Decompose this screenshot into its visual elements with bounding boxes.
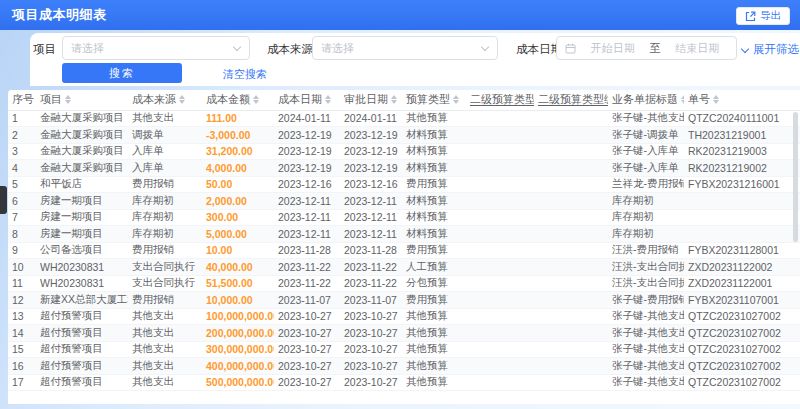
cell-l2_budget_type (466, 325, 534, 342)
cell-l2_budget_type (466, 242, 534, 259)
cell-l2_budget_type (466, 259, 534, 276)
cell-project: 超付预警项目 (36, 358, 128, 375)
cell-budget_type: 材料预算 (402, 143, 466, 160)
cell-cost_date: 2023-11-07 (274, 292, 340, 309)
cell-doc_no: FYBX20231107001 (684, 292, 800, 309)
clear-search-link[interactable]: 清空搜索 (223, 67, 267, 82)
table-row[interactable]: 13超付预警项目其他支出100,000,000.002023-10-272023… (8, 308, 800, 325)
date-start-placeholder: 开始日期 (582, 41, 644, 56)
table-row[interactable]: 7房建一期项目库存期初300.002023-12-112023-12-11材料预… (8, 209, 800, 226)
cell-doc_title: 张子键-其他支出 (608, 341, 684, 358)
chevron-down-icon (233, 43, 241, 51)
expand-filter-link[interactable]: 展开筛选 (742, 42, 799, 57)
cell-l2_budget_type (466, 308, 534, 325)
collapsed-drawer-handle[interactable] (0, 186, 7, 214)
cell-cost_date: 2023-10-27 (274, 308, 340, 325)
col-header-l2_budget_code[interactable]: 二级预算类型编码 (534, 90, 608, 110)
cell-cost_date: 2023-12-19 (274, 160, 340, 177)
col-header-label: 成本金额 (206, 93, 250, 105)
table-row[interactable]: 6房建一期项目库存期初2,000.002023-12-112023-12-11材… (8, 193, 800, 210)
cell-l2_budget_code (534, 259, 608, 276)
cell-budget_type: 其他预算 (402, 110, 466, 127)
cell-doc_no (684, 193, 800, 210)
cell-l2_budget_code (534, 341, 608, 358)
col-header-source[interactable]: 成本来源 (128, 90, 202, 110)
search-button[interactable]: 搜索 (62, 63, 182, 83)
cell-approval_date: 2023-10-27 (340, 358, 402, 375)
table-row[interactable]: 4金融大厦采购项目入库单4,000.002023-12-192023-12-19… (8, 160, 800, 177)
table-row[interactable]: 12新建XX总部大厦工程二期费用报销10,000.002023-11-07202… (8, 292, 800, 309)
table-row[interactable]: 3金融大厦采购项目入库单31,200.002023-12-192023-12-1… (8, 143, 800, 160)
vertical-scrollbar-thumb[interactable] (793, 112, 798, 242)
cell-seq: 1 (8, 110, 36, 127)
col-header-doc_no[interactable]: 单号 (684, 90, 800, 110)
cell-cost_date: 2023-10-27 (274, 374, 340, 391)
col-header-doc_title[interactable]: 业务单据标题 (608, 90, 684, 110)
cell-budget_type: 费用预算 (402, 176, 466, 193)
cell-cost_date: 2023-12-11 (274, 209, 340, 226)
cell-l2_budget_code (534, 226, 608, 243)
cell-doc_no: ZXD20231122002 (684, 259, 800, 276)
table-row[interactable]: 10WH20230831支出合同执行40,000.002023-11-22202… (8, 259, 800, 276)
cell-doc_no: TH20231219001 (684, 127, 800, 144)
chevron-down-icon (741, 44, 749, 52)
cell-doc_title: 张子键-调拨单 (608, 127, 684, 144)
cell-cost_date: 2023-11-22 (274, 275, 340, 292)
col-header-seq: 序号 (8, 90, 36, 110)
table-row[interactable]: 16超付预警项目其他支出400,000,000.002023-10-272023… (8, 358, 800, 375)
source-select[interactable]: 请选择 (312, 36, 498, 60)
cell-l2_budget_code (534, 374, 608, 391)
export-button-label: 导出 (760, 9, 781, 23)
export-button[interactable]: 导出 (736, 7, 790, 25)
project-filter-label: 项目 (33, 42, 56, 57)
cell-doc_title: 库存期初 (608, 226, 684, 243)
cell-l2_budget_type (466, 358, 534, 375)
table-row[interactable]: 17超付预警项目其他支出500,000,000.002023-10-272023… (8, 374, 800, 391)
cell-cost_date: 2024-01-11 (274, 110, 340, 127)
col-header-approval_date[interactable]: 审批日期 (340, 90, 402, 110)
table-row[interactable]: 2金融大厦采购项目调拨单-3,000.002023-12-192023-12-1… (8, 127, 800, 144)
cell-seq: 16 (8, 358, 36, 375)
cell-cost_date: 2023-10-27 (274, 341, 340, 358)
sort-carets-icon (713, 95, 719, 104)
cell-seq: 8 (8, 226, 36, 243)
cell-doc_no: FYBX20231128001 (684, 242, 800, 259)
date-range-input[interactable]: 开始日期 至 结束日期 (556, 36, 737, 60)
col-header-label: 审批日期 (344, 93, 388, 105)
table-row[interactable]: 1金融大厦采购项目其他支出111.002024-01-112024-01-11其… (8, 110, 800, 127)
col-header-amount[interactable]: 成本金额 (202, 90, 274, 110)
cell-source: 费用报销 (128, 242, 202, 259)
project-select[interactable]: 请选择 (62, 36, 250, 60)
table-row[interactable]: 14超付预警项目其他支出200,000,000.002023-10-272023… (8, 325, 800, 342)
cell-project: 房建一期项目 (36, 209, 128, 226)
cell-l2_budget_type (466, 374, 534, 391)
cell-seq: 7 (8, 209, 36, 226)
cell-amount: 10.00 (202, 242, 274, 259)
cell-l2_budget_code (534, 292, 608, 309)
cell-amount: 50.00 (202, 176, 274, 193)
cell-cost_date: 2023-12-11 (274, 193, 340, 210)
cell-budget_type: 其他预算 (402, 325, 466, 342)
cell-amount: 200,000,000.00 (202, 325, 274, 342)
col-header-project[interactable]: 项目 (36, 90, 128, 110)
col-header-cost_date[interactable]: 成本日期 (274, 90, 340, 110)
cost-table: 序号项目成本来源成本金额成本日期审批日期预算类型二级预算类型二级预算类型编码业务… (8, 90, 800, 391)
cell-doc_title: 张子键-费用报销 (608, 292, 684, 309)
cell-project: 超付预警项目 (36, 308, 128, 325)
table-row[interactable]: 15超付预警项目其他支出300,000,000.002023-10-272023… (8, 341, 800, 358)
col-header-budget_type[interactable]: 预算类型 (402, 90, 466, 110)
cell-doc_title: 库存期初 (608, 209, 684, 226)
table-row[interactable]: 9公司备选项目费用报销10.002023-11-282023-11-28费用预算… (8, 242, 800, 259)
cell-seq: 10 (8, 259, 36, 276)
table-row[interactable]: 8房建一期项目库存期初5,000.002023-12-112023-12-11材… (8, 226, 800, 243)
cell-seq: 6 (8, 193, 36, 210)
cell-l2_budget_code (534, 275, 608, 292)
cell-budget_type: 材料预算 (402, 127, 466, 144)
cell-amount: 31,200.00 (202, 143, 274, 160)
table-row[interactable]: 11WH20230831支出合同执行51,500.002023-11-22202… (8, 275, 800, 292)
cell-source: 库存期初 (128, 193, 202, 210)
page-title: 项目成本明细表 (12, 6, 107, 24)
col-header-l2_budget_type[interactable]: 二级预算类型 (466, 90, 534, 110)
cell-approval_date: 2023-12-19 (340, 160, 402, 177)
table-row[interactable]: 5和平饭店费用报销50.002023-12-162023-12-16费用预算兰祥… (8, 176, 800, 193)
